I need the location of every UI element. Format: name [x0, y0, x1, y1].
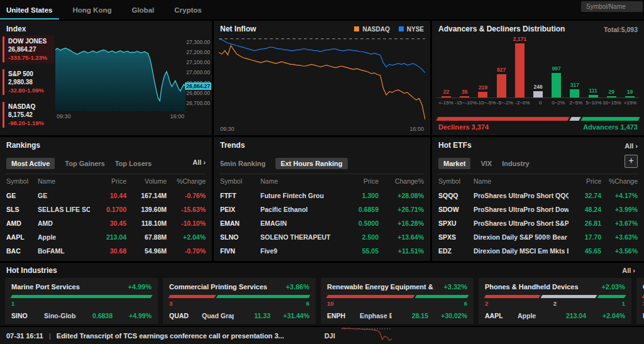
nav-tab-hong-kong[interactable]: Hong Kong [63, 0, 122, 19]
decliners-count: Decliners 3,374 [438, 123, 489, 131]
distribution-panel: Advancers & Decliners Distribution Total… [432, 21, 644, 135]
table-row[interactable]: SLNOSOLENO THERAPEUT2.500+13.64% [220, 230, 424, 244]
hot-etfs-cell-price: 32.74 [569, 192, 601, 199]
rankings-tab-top-losers[interactable]: Top Losers [115, 158, 152, 169]
nav-tab-united-states[interactable]: United States [0, 0, 63, 19]
bar-value-label: 111 [589, 87, 597, 94]
hot-etfs-cell-symbol: SPXS [438, 233, 474, 241]
stock-price: 213.04 [550, 312, 586, 319]
rankings-tab-top-gainers[interactable]: Top Gainers [65, 158, 104, 169]
distribution-title: Advancers & Decliners Distribution [438, 25, 565, 33]
nav-tab-global[interactable]: Global [121, 0, 164, 19]
bar-category-label: -2~0% [514, 100, 531, 106]
trends-header: SymbolNamePriceChange% [220, 177, 424, 185]
separator [6, 174, 206, 174]
ticker-separator: | [49, 332, 51, 340]
hot-etfs-tab-vix[interactable]: VIX [480, 158, 492, 169]
trends-tab-ext-hours-ranking[interactable]: Ext Hours Ranking [275, 158, 347, 169]
hot-etfs-cell-price: 17.70 [569, 233, 601, 241]
rankings-tab-most-active[interactable]: Most Active [6, 158, 55, 169]
industry-top-stock[interactable]: SINOSino-Global0.6838+4.99% [11, 312, 152, 319]
table-row[interactable]: SPXUProShares UltraPro Short S&P50026.81… [438, 216, 638, 230]
industry-top-stock[interactable]: ENPHEnphase Energy28.15+30.02% [327, 312, 467, 319]
index-item-nasdaq[interactable]: NASDAQ8,175.42-98.20-1.19% [3, 101, 54, 129]
industry-card-phones-handheld-devices[interactable]: Phones & Handheld Devices+2.03%221AAPLAp… [479, 278, 631, 324]
market-dashboard: United StatesHong KongGlobalCryptos Inde… [0, 0, 644, 344]
industry-counts: 106 [327, 300, 467, 307]
industry-name: Renewable Energy Equipment & Serv... [327, 283, 435, 291]
trends-panel: Trends 5min RankingExt Hours Ranking Sym… [214, 137, 430, 261]
index-title: Index [6, 25, 26, 33]
hot-etfs-tab-industry[interactable]: Industry [502, 158, 529, 169]
hot-industries-cards: Marine Port Services+4.99%1SINOSino-Glob… [5, 278, 644, 324]
trends-cell-price: 55.05 [337, 247, 379, 255]
table-row[interactable]: EMANEMAGIN0.5000+16.28% [220, 216, 424, 230]
industry-top-stock[interactable]: AAPLApple213.04+2.04% [485, 312, 625, 319]
index-item-dow-jones[interactable]: DOW JONES26,864.27-333.75-1.23% [3, 35, 54, 64]
hot-etfs-cell-symbol: EDZ [438, 247, 474, 255]
bar-category-label: -10~-5% [477, 100, 496, 106]
stock-change: +30.02% [428, 312, 467, 319]
rankings-col-name: Name [38, 177, 90, 185]
trends-col-symbol: Symbol [220, 177, 260, 185]
separator [220, 174, 424, 174]
industry-card-commercial-printing-services[interactable]: Commercial Printing Services+3.86%36QUAD… [163, 278, 316, 324]
x-tick-open: 09:30 [57, 113, 71, 119]
hot-etfs-cell-name: ProShares UltraPro Short Dow30 [474, 206, 569, 213]
nav-tab-cryptos[interactable]: Cryptos [164, 0, 211, 19]
ticker-index-symbol[interactable]: DJI [325, 332, 335, 340]
industry-change: +4.99% [128, 283, 152, 291]
index-area-chart [55, 36, 186, 111]
table-row[interactable]: EDZDirexion Daily MSCI Em Mkts Bear 3X E… [438, 244, 638, 258]
hot-etfs-tab-market[interactable]: Market [438, 158, 470, 169]
hot-etfs-all-link[interactable]: All › [625, 142, 638, 150]
bar [441, 96, 451, 97]
table-row[interactable]: BACBoFAML30.6854.96M-0.70% [6, 244, 206, 258]
table-row[interactable]: AMDAMD30.45118.10M-10.10% [6, 216, 206, 230]
index-change: -333.75-1.23% [8, 54, 53, 61]
stock-name: Apple [518, 312, 550, 319]
table-row[interactable]: SDOWProShares UltraPro Short Dow3048.24+… [438, 203, 638, 216]
trends-cell-change: +16.28% [379, 219, 424, 227]
search-input[interactable] [585, 3, 639, 11]
trends-col-change: Change% [379, 177, 424, 185]
unchanged-segment [569, 117, 580, 121]
add-etf-button[interactable]: + [625, 155, 638, 168]
red-segment [642, 295, 644, 298]
ticker-headline[interactable]: Edited Transcript of TCS earnings confer… [57, 332, 284, 340]
legend-swatch-nasdaq [354, 26, 359, 31]
table-row[interactable]: SPXSDirexion Daily S&P 500® Bear 3X ETF1… [438, 230, 638, 244]
bar-value-label: 927 [497, 67, 506, 73]
bar-category-label: 2~5% [567, 100, 585, 106]
hot-etfs-table: SQQQProShares UltraPro Short QQQ32.74+4.… [438, 189, 638, 258]
rankings-all-link[interactable]: All › [192, 158, 206, 166]
trends-cell-symbol: FTFT [220, 192, 260, 199]
industry-card-o[interactable]: O3N [636, 278, 644, 324]
symbol-search-box[interactable] [581, 1, 643, 12]
table-row[interactable]: AAPLApple213.0467.88M+2.04% [6, 230, 206, 244]
legend-label: NYSE [407, 26, 424, 33]
rankings-cell-price: 10.44 [90, 192, 126, 199]
industry-card-marine-port-services[interactable]: Marine Port Services+4.99%1SINOSino-Glob… [5, 278, 158, 324]
rankings-cell-change: -10.10% [167, 219, 206, 227]
bar [515, 43, 525, 97]
table-row[interactable]: PIRSPieris Pharms6.05+10.00% [220, 258, 424, 261]
table-row[interactable]: GEGE10.44167.14M-0.76% [6, 189, 206, 203]
bar-category-label: 10~15% [602, 100, 621, 106]
industry-card-renewable-energy-equipment-serv[interactable]: Renewable Energy Equipment & Serv...+3.3… [321, 278, 474, 324]
hot-industries-section: Hot Industries All › Marine Port Service… [0, 263, 644, 326]
industry-top-stock[interactable]: QUADQuad Graphics11.33+31.44% [169, 312, 309, 319]
table-row[interactable]: FTFTFuture Fintech Grou1.300+28.08% [220, 189, 424, 203]
trends-cell-symbol: EMAN [220, 219, 260, 227]
rankings-cell-name: SELLAS LIFE SCIE [38, 206, 90, 213]
table-row[interactable]: SLSSELLAS LIFE SCIE0.1700139.60M-15.63% [6, 203, 206, 216]
table-row[interactable]: SQQQProShares UltraPro Short QQQ32.74+4.… [438, 189, 638, 203]
table-row[interactable]: FIVNFive955.05+11.51% [220, 244, 424, 258]
hot-etfs-cell-price: 26.81 [569, 219, 601, 227]
index-item-s-p-500[interactable]: S&P 5002,980.38-32.80-1.09% [3, 68, 54, 96]
trends-tab-5min-ranking[interactable]: 5min Ranking [220, 158, 265, 169]
table-row[interactable]: TWOU2U Inc12.8054.23M-64.93% [6, 258, 206, 261]
bar-value-label: 22 [443, 89, 449, 95]
hot-industries-all-link[interactable]: All › [622, 267, 635, 274]
table-row[interactable]: PEIXPacific Ethanol0.6859+26.71% [220, 203, 424, 216]
